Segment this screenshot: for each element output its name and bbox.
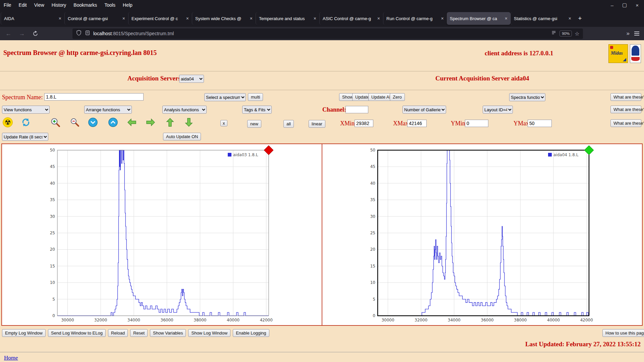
acquisition-server-select[interactable]: aida04 [179, 75, 204, 83]
channel-input[interactable] [345, 106, 368, 113]
reload-button[interactable]: Reload [108, 329, 128, 337]
update-rate-select[interactable]: Update Rate (8 secs) [2, 133, 48, 141]
tab-experiment-control[interactable]: Experiment Control @ c× [128, 12, 192, 25]
show-variables-button[interactable]: Show Variables [150, 329, 186, 337]
all-button[interactable]: all [283, 120, 294, 128]
home-link[interactable]: Home [4, 355, 18, 361]
arrow-right-icon[interactable] [146, 117, 156, 127]
x-button[interactable]: x [220, 120, 227, 126]
tab-close-icon[interactable]: × [120, 16, 125, 21]
menu-history[interactable]: History [48, 0, 70, 10]
new-tab-button[interactable]: + [574, 13, 586, 24]
minimize-icon[interactable]: – [611, 2, 613, 8]
url-bar[interactable]: localhost:8015/Spectrum/Spectrum.tml 90%… [72, 28, 583, 39]
galleries-select[interactable]: Number of Galleries [402, 106, 446, 114]
menu-bookmarks[interactable]: Bookmarks [70, 0, 101, 10]
tab-control[interactable]: Control @ carme-gsi× [64, 12, 128, 25]
shield-icon[interactable] [76, 30, 82, 37]
svg-text:34000: 34000 [127, 318, 140, 322]
tab-asic-control[interactable]: ASIC Control @ carme-g× [319, 12, 383, 25]
tab-close-icon[interactable]: × [248, 16, 253, 21]
select-spectrum-dropdown[interactable]: Select a spectrum [204, 93, 246, 101]
tab-aida[interactable]: AIDA× [1, 12, 64, 25]
xmin-input[interactable] [355, 120, 373, 127]
tab-statistics[interactable]: Statistics @ carme-gsi× [511, 12, 574, 25]
site-info-icon[interactable] [85, 30, 91, 37]
svg-text:aida04 1.8.L: aida04 1.8.L [553, 153, 579, 157]
menu-edit[interactable]: Edit [15, 0, 31, 10]
maximize-icon[interactable]: ▢ [622, 2, 627, 8]
show-log-window-button[interactable]: Show Log Window [188, 329, 230, 337]
enable-logging-button[interactable]: Enable Logging [233, 329, 269, 337]
spectra-functions-select[interactable]: Spectra functions [509, 93, 545, 101]
radiation-icon[interactable]: ☢ [3, 117, 13, 127]
what-are-these-1[interactable]: What are these? [610, 93, 641, 101]
bookmark-star-icon[interactable]: ☆ [575, 31, 579, 37]
last-updated: Last Updated: February 27, 2022 13:55:12 [525, 341, 641, 348]
menu-file[interactable]: File [0, 0, 15, 10]
zero-button[interactable]: Zero [390, 93, 405, 101]
ymin-input[interactable] [465, 120, 488, 127]
svg-text:aida03 1.8.L: aida03 1.8.L [233, 153, 258, 157]
zoom-out-icon[interactable] [70, 117, 80, 127]
spectrum-name-input[interactable] [44, 93, 144, 101]
spectrum-chart-aida03[interactable]: 3000032000340003600038000400004200005101… [2, 144, 322, 325]
tab-close-icon[interactable]: × [567, 16, 571, 21]
what-are-these-2[interactable]: What are these? [610, 106, 641, 113]
overflow-menu-icon[interactable]: » [627, 30, 630, 37]
reader-mode-icon[interactable] [551, 30, 557, 37]
tab-close-icon[interactable]: × [57, 16, 61, 21]
tab-close-icon[interactable]: × [312, 16, 316, 21]
linear-button[interactable]: linear [309, 120, 325, 128]
ymax-input[interactable] [528, 120, 552, 127]
window-close-icon[interactable]: × [636, 2, 639, 8]
forward-icon[interactable]: → [17, 28, 27, 39]
tab-system-checks[interactable]: System wide Checks @× [192, 12, 256, 25]
xmax-input[interactable] [407, 120, 427, 127]
tab-close-icon[interactable]: × [375, 16, 380, 21]
menu-tools[interactable]: Tools [101, 0, 119, 10]
header-rule-1 [0, 71, 644, 71]
menu-help[interactable]: Help [119, 0, 136, 10]
lab-logo[interactable] [630, 44, 641, 63]
spectrum-plot: 3000032000340003600038000400004200005101… [322, 144, 642, 325]
spectrum-chart-aida04[interactable]: 3000032000340003600038000400004200005101… [322, 144, 642, 325]
tab-close-icon[interactable]: × [503, 16, 507, 21]
circle-up-icon[interactable] [108, 117, 118, 127]
app-menu-icon[interactable] [633, 30, 641, 37]
tab-close-icon[interactable]: × [184, 16, 189, 21]
new-button[interactable]: new [247, 120, 261, 128]
zoom-indicator[interactable]: 90% [559, 31, 572, 37]
multi-button[interactable]: multi [248, 93, 263, 101]
arrange-functions-select[interactable]: Arrange functions [84, 106, 132, 114]
sync-icon[interactable] [21, 117, 31, 127]
tab-temperature[interactable]: Temperature and status× [256, 12, 319, 25]
log-buttons: Empty Log Window Send Log Window to ELog… [2, 329, 269, 337]
layout-select[interactable]: Layout ID=4 [483, 106, 513, 114]
empty-log-window-button[interactable]: Empty Log Window [2, 329, 46, 337]
tab-spectrum-browser[interactable]: Spectrum Browser @ ca× [447, 12, 511, 25]
arrow-left-icon[interactable] [127, 117, 137, 127]
what-are-these-3[interactable]: What are these? [610, 119, 641, 127]
send-log-to-elog-button[interactable]: Send Log Window to ELog [48, 329, 106, 337]
how-to-use-button[interactable]: How to use this page [602, 329, 644, 337]
arrow-up-icon[interactable] [165, 117, 175, 127]
arrow-down-icon[interactable] [184, 117, 194, 127]
svg-text:30: 30 [370, 214, 375, 219]
lab-logo-mark [632, 46, 639, 56]
tab-close-icon[interactable]: × [439, 16, 444, 21]
auto-update-button[interactable]: Auto Update ON [163, 133, 201, 140]
client-address: client address is 127.0.0.1 [485, 50, 553, 57]
menu-view[interactable]: View [31, 0, 48, 10]
tags-fits-select[interactable]: Tags & Fits [242, 106, 272, 114]
analysis-functions-select[interactable]: Analysis functions [162, 106, 207, 114]
zoom-in-icon[interactable] [50, 117, 60, 127]
back-icon[interactable]: ← [3, 28, 13, 39]
reset-button[interactable]: Reset [130, 329, 148, 337]
midas-logo[interactable]: Midas [608, 44, 628, 63]
tab-run-control[interactable]: Run Control @ carme-g× [383, 12, 447, 25]
circle-down-icon[interactable] [88, 117, 98, 127]
view-functions-select[interactable]: View functions [2, 106, 50, 114]
reload-icon[interactable] [30, 28, 40, 39]
acquisition-servers-label: Acquisition Servers [127, 75, 181, 82]
